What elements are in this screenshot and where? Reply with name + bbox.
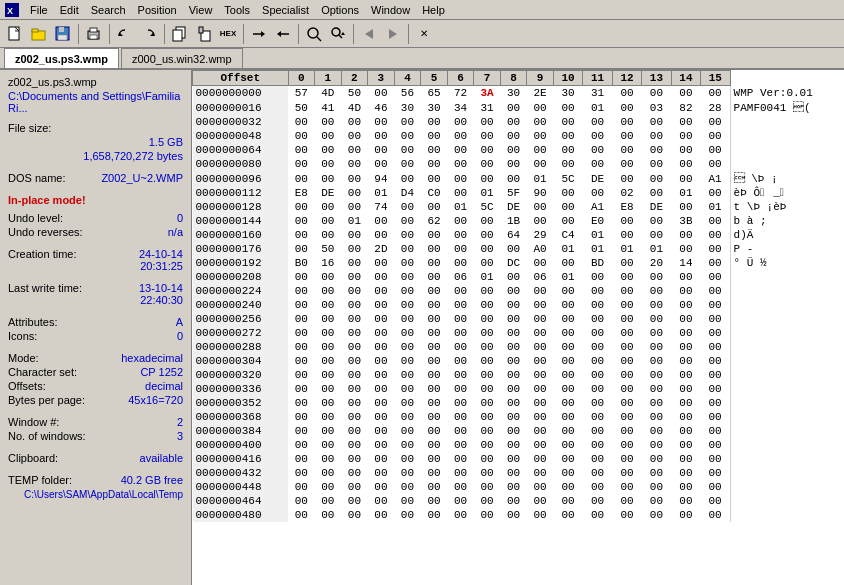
table-row[interactable]: 000000014400000100006200001B0000E000003B…	[193, 214, 845, 228]
hex-cell[interactable]: 00	[288, 171, 315, 186]
hex-cell[interactable]: 00	[701, 284, 730, 298]
offset-cell[interactable]: 0000000336	[193, 382, 289, 396]
hex-cell[interactable]: 00	[701, 298, 730, 312]
hex-cell[interactable]: 00	[612, 396, 641, 410]
hex-cell[interactable]: 00	[315, 410, 342, 424]
hex-cell[interactable]: 00	[612, 494, 641, 508]
hex-cell[interactable]: 00	[474, 214, 501, 228]
hex-cell[interactable]: 00	[642, 480, 671, 494]
offset-cell[interactable]: 0000000192	[193, 256, 289, 270]
hex-cell[interactable]: 00	[583, 452, 612, 466]
hex-cell[interactable]: 00	[701, 494, 730, 508]
hex-cell[interactable]: 00	[394, 326, 421, 340]
hex-cell[interactable]: 00	[447, 214, 474, 228]
hex-cell[interactable]: E8	[288, 186, 315, 200]
hex-cell[interactable]: 00	[671, 466, 700, 480]
paste-button[interactable]	[193, 23, 215, 45]
hex-cell[interactable]: 00	[642, 354, 671, 368]
table-row[interactable]: 00000001760050002D0000000000A00101010100…	[193, 242, 845, 256]
menu-view[interactable]: View	[183, 2, 219, 18]
offset-cell[interactable]: 0000000096	[193, 171, 289, 186]
offset-cell[interactable]: 0000000064	[193, 143, 289, 157]
hex-cell[interactable]: 29	[527, 228, 554, 242]
hex-cell[interactable]: 00	[421, 270, 448, 284]
hex-cell[interactable]: 00	[671, 410, 700, 424]
hex-cell[interactable]: 00	[612, 270, 641, 284]
save-button[interactable]	[52, 23, 74, 45]
hex-cell[interactable]: 00	[553, 312, 582, 326]
hex-cell[interactable]: 01	[527, 171, 554, 186]
hex-cell[interactable]: 00	[315, 466, 342, 480]
tab-2[interactable]: z000_us.win32.wmp	[121, 48, 243, 68]
hex-cell[interactable]: 00	[642, 284, 671, 298]
hex-cell[interactable]: 00	[447, 171, 474, 186]
hex-cell[interactable]: 00	[315, 354, 342, 368]
hex-cell[interactable]: 00	[583, 424, 612, 438]
hex-cell[interactable]: 00	[553, 466, 582, 480]
hex-cell[interactable]: 00	[447, 228, 474, 242]
menu-window[interactable]: Window	[365, 2, 416, 18]
hex-cell[interactable]: 00	[288, 115, 315, 129]
hex-cell[interactable]: 00	[553, 256, 582, 270]
hex-cell[interactable]: 00	[474, 115, 501, 129]
hex-cell[interactable]: 00	[474, 508, 501, 522]
hex-cell[interactable]: 00	[553, 480, 582, 494]
hex-cell[interactable]: 00	[315, 452, 342, 466]
hex-cell[interactable]: 00	[368, 298, 395, 312]
hex-cell[interactable]: 00	[288, 382, 315, 396]
hex-cell[interactable]: DE	[583, 171, 612, 186]
hex-cell[interactable]: 00	[421, 354, 448, 368]
table-row[interactable]: 0000000336000000000000000000000000000000…	[193, 382, 845, 396]
hex-cell[interactable]: 00	[315, 284, 342, 298]
hex-cell[interactable]: 00	[315, 326, 342, 340]
hex-cell[interactable]: 00	[612, 129, 641, 143]
hex-cell[interactable]: 00	[394, 157, 421, 171]
offset-cell[interactable]: 0000000352	[193, 396, 289, 410]
hex-cell[interactable]: 00	[612, 508, 641, 522]
hex-cell[interactable]: 00	[474, 284, 501, 298]
goto-button[interactable]	[248, 23, 270, 45]
hex-cell[interactable]: 02	[612, 186, 641, 200]
hex-cell[interactable]: 00	[368, 382, 395, 396]
hex-cell[interactable]: 00	[341, 508, 368, 522]
offset-cell[interactable]: 0000000160	[193, 228, 289, 242]
hex-cell[interactable]: 00	[527, 298, 554, 312]
hex-cell[interactable]: 1B	[500, 214, 527, 228]
hex-cell[interactable]: 00	[315, 157, 342, 171]
hex-cell[interactable]: 00	[642, 382, 671, 396]
hex-cell[interactable]: 00	[394, 438, 421, 452]
hex-cell[interactable]: 00	[701, 129, 730, 143]
hex-cell[interactable]: 00	[447, 256, 474, 270]
hex-cell[interactable]: 00	[642, 312, 671, 326]
hex-cell[interactable]: 00	[394, 256, 421, 270]
hex-cell[interactable]: 00	[553, 143, 582, 157]
hex-cell[interactable]: 00	[701, 466, 730, 480]
hex-cell[interactable]: 00	[315, 228, 342, 242]
hex-cell[interactable]: 16	[315, 256, 342, 270]
hex-cell[interactable]: 00	[447, 326, 474, 340]
hex-cell[interactable]: 00	[341, 424, 368, 438]
hex-cell[interactable]: 31	[583, 86, 612, 101]
hex-cell[interactable]: 00	[341, 480, 368, 494]
hex-cell[interactable]: 00	[315, 143, 342, 157]
hex-cell[interactable]: 00	[447, 129, 474, 143]
hex-cell[interactable]: 5F	[500, 186, 527, 200]
hex-cell[interactable]: 00	[474, 298, 501, 312]
hex-cell[interactable]: 00	[500, 466, 527, 480]
hex-cell[interactable]: 00	[671, 452, 700, 466]
hex-cell[interactable]: 00	[500, 368, 527, 382]
hex-cell[interactable]: DC	[500, 256, 527, 270]
hex-cell[interactable]: 00	[500, 115, 527, 129]
hex-cell[interactable]: 00	[500, 100, 527, 115]
hex-cell[interactable]: 00	[341, 312, 368, 326]
hex-cell[interactable]: 00	[500, 494, 527, 508]
hex-cell[interactable]: 00	[553, 284, 582, 298]
hex-cell[interactable]: 00	[474, 466, 501, 480]
hex-cell[interactable]: 00	[288, 354, 315, 368]
hex-cell[interactable]: A1	[701, 171, 730, 186]
hex-cell[interactable]: 00	[701, 424, 730, 438]
hex-cell[interactable]: 00	[315, 438, 342, 452]
hex-cell[interactable]: 00	[671, 298, 700, 312]
hex-cell[interactable]: 30	[394, 100, 421, 115]
hex-cell[interactable]: 57	[288, 86, 315, 101]
